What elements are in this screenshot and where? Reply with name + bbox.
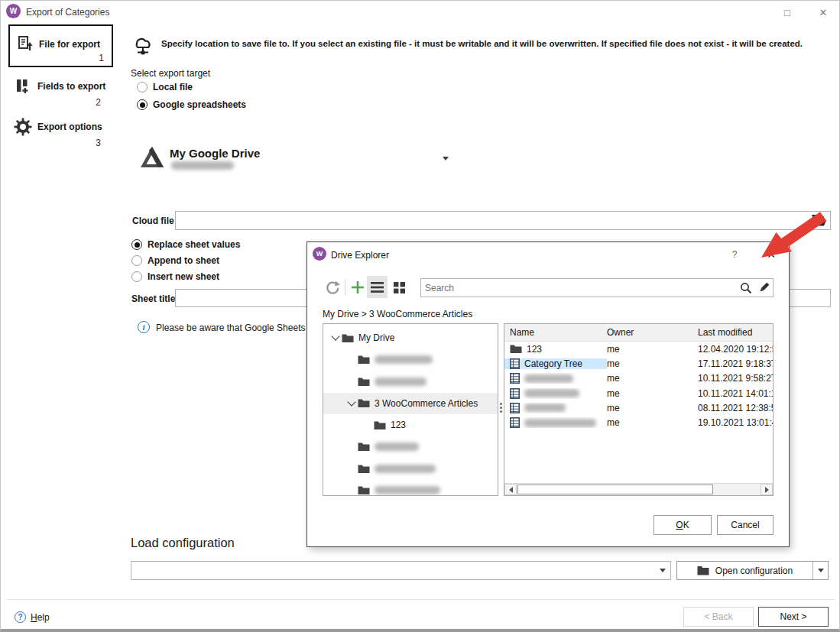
open-configuration-split-button: Open configuration (676, 561, 829, 580)
radio-icon[interactable] (131, 271, 142, 282)
account-chevron-down-icon[interactable] (443, 157, 449, 160)
sidebar-item-label: Fields to export (37, 81, 105, 92)
file-row[interactable]: 123me12.04.2020 19:12:54 (504, 342, 773, 356)
radio-replace-sheet-values[interactable]: Replace sheet values (131, 239, 240, 250)
scroll-right-icon[interactable] (761, 484, 773, 495)
tree-item-label: 123 (391, 420, 406, 430)
grid-view-icon[interactable] (390, 277, 408, 297)
annotation-arrow-icon (756, 209, 829, 262)
cloud-file-input[interactable] (176, 212, 807, 229)
file-export-icon (16, 34, 34, 55)
file-name: 123 (527, 344, 542, 355)
tree-item[interactable] (323, 371, 498, 393)
dialog-help-button[interactable]: ? (726, 246, 743, 263)
configuration-combo-input[interactable] (131, 562, 655, 579)
file-row[interactable]: me08.11.2021 12:38:56 (504, 400, 773, 415)
sidebar-item-file-for-export[interactable]: File for export 1 (8, 24, 113, 67)
close-button[interactable]: ✕ (812, 2, 835, 22)
maximize-button[interactable]: □ (776, 2, 799, 22)
tree-item[interactable] (323, 480, 498, 497)
horizontal-scrollbar[interactable] (504, 483, 773, 495)
app-logo-icon: W (6, 4, 21, 18)
column-name[interactable]: Name (504, 327, 607, 338)
chevron-placeholder (362, 419, 374, 431)
spreadsheet-icon (510, 388, 520, 399)
sidebar-item-label: Export options (37, 122, 102, 132)
account-email-redacted (171, 161, 234, 170)
chevron-down-icon[interactable] (345, 397, 358, 410)
scrollbar-thumb[interactable] (517, 485, 713, 494)
redacted-label (375, 486, 440, 494)
file-modified: 08.11.2021 12:38:56 (698, 403, 773, 413)
tree-item[interactable] (323, 349, 498, 371)
back-button[interactable]: < Back (683, 607, 754, 627)
sidebar-item-label: File for export (39, 39, 100, 50)
help-link[interactable]: ? Help (15, 611, 50, 623)
toolbar-divider (345, 280, 345, 295)
redacted-label (524, 404, 566, 412)
folder-icon (374, 420, 386, 430)
file-row[interactable]: me19.10.2021 13:01:42 (504, 415, 773, 429)
radio-google-spreadsheets[interactable]: Google spreadsheets (137, 99, 246, 110)
open-configuration-chevron-icon[interactable] (812, 562, 828, 579)
radio-label: Google spreadsheets (153, 99, 246, 110)
folder-icon (358, 485, 370, 495)
redacted-label (375, 465, 436, 473)
clear-search-icon[interactable] (754, 279, 773, 297)
sidebar-item-fields-to-export[interactable]: Fields to export 2 (8, 76, 110, 108)
file-owner: me (607, 388, 698, 399)
redacted-label (524, 374, 573, 383)
drive-tree: My Drive3 WooCommerce Articles123 (323, 323, 498, 496)
tree-item[interactable]: 3 WooCommerce Articles (323, 393, 498, 415)
combo-chevron-down-icon[interactable] (655, 562, 670, 579)
step-number: 3 (96, 138, 101, 148)
radio-icon[interactable] (137, 82, 148, 92)
radio-icon[interactable] (131, 239, 142, 250)
list-rows: 123me12.04.2020 19:12:54Category Treeme1… (504, 342, 773, 430)
radio-icon[interactable] (131, 255, 142, 266)
new-folder-plus-icon[interactable] (349, 277, 367, 297)
ok-button[interactable]: OK (654, 515, 712, 535)
splitter-handle[interactable] (500, 403, 502, 405)
file-owner: me (607, 373, 698, 384)
tree-item[interactable] (323, 436, 498, 459)
radio-append-to-sheet[interactable]: Append to sheet (131, 255, 219, 266)
scroll-left-icon[interactable] (504, 484, 517, 495)
dialog-logo-icon: W (313, 247, 326, 261)
redacted-label (524, 389, 579, 397)
help-label: Help (31, 612, 50, 623)
file-row[interactable]: Category Treeme17.11.2021 9:18:37 (504, 356, 773, 371)
next-button[interactable]: Next > (758, 607, 829, 627)
radio-insert-new-sheet[interactable]: Insert new sheet (131, 271, 219, 282)
file-modified: 10.11.2021 14:01:14 (698, 388, 773, 399)
file-row[interactable]: me10.11.2021 14:01:14 (504, 386, 773, 400)
redacted-label (375, 378, 426, 386)
search-input[interactable] (421, 279, 738, 297)
chevron-down-icon[interactable] (329, 332, 342, 344)
tree-item[interactable]: My Drive (323, 327, 498, 349)
tree-item[interactable]: 123 (323, 414, 498, 436)
radio-icon[interactable] (137, 99, 148, 110)
chevron-placeholder (345, 375, 358, 387)
drive-search-field (420, 278, 774, 297)
radio-label: Insert new sheet (148, 271, 219, 282)
cloud-save-icon (131, 32, 155, 59)
column-owner[interactable]: Owner (607, 327, 698, 338)
refresh-icon[interactable] (323, 277, 342, 297)
configuration-combobox[interactable] (131, 561, 671, 580)
file-row[interactable]: me10.11.2021 9:58:27 (504, 371, 773, 386)
list-view-icon[interactable] (367, 276, 388, 298)
cancel-button[interactable]: Cancel (717, 515, 774, 535)
column-last-modified[interactable]: Last modified (698, 327, 773, 338)
search-icon[interactable] (738, 279, 754, 297)
open-configuration-button[interactable]: Open configuration (677, 562, 812, 579)
radio-local-file[interactable]: Local file (137, 82, 193, 92)
sidebar-item-export-options[interactable]: Export options 3 (8, 116, 110, 148)
folder-icon (510, 344, 522, 354)
spreadsheet-icon (510, 417, 520, 428)
tree-item[interactable] (323, 458, 498, 480)
footer-divider (7, 599, 835, 600)
redacted-label (375, 355, 433, 364)
redacted-label (375, 442, 419, 451)
account-title: My Google Drive (170, 147, 260, 160)
